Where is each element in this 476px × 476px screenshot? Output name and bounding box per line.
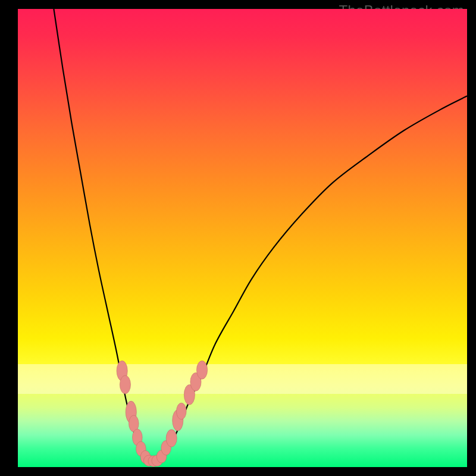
data-marker xyxy=(177,403,187,419)
curves-svg xyxy=(18,9,467,467)
series-left-curve xyxy=(54,9,148,461)
data-marker xyxy=(166,430,177,447)
chart-frame: TheBottleneck.com xyxy=(0,0,476,476)
series-right-curve xyxy=(157,96,467,461)
data-marker xyxy=(120,375,130,394)
data-marker xyxy=(196,361,207,379)
plot-area xyxy=(18,9,467,467)
